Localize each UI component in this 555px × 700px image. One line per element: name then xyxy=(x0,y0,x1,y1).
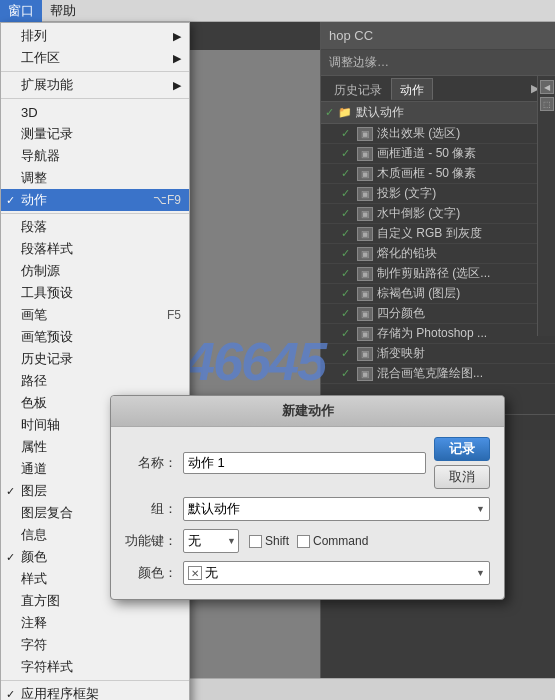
menu-item-paragraph[interactable]: 段落 xyxy=(1,216,189,238)
menu-item-adjustments[interactable]: 调整 xyxy=(1,167,189,189)
action-name: 渐变映射 xyxy=(377,345,549,362)
menu-item-label: 画笔预设 xyxy=(21,328,73,346)
action-item[interactable]: ✓ ▣ 画框通道 - 50 像素 xyxy=(321,144,555,164)
action-item[interactable]: ✓ ▣ 混合画笔克隆绘图... xyxy=(321,364,555,384)
action-item[interactable]: ✓ ▣ 存储为 Photoshop ... xyxy=(321,324,555,344)
menu-item-brush-presets[interactable]: 画笔预设 xyxy=(1,326,189,348)
menu-item-measurements[interactable]: 测量记录 xyxy=(1,123,189,145)
group-select[interactable]: 默认动作 xyxy=(183,497,490,521)
check-icon: ✓ xyxy=(341,287,355,300)
dialog-group-row: 组： 默认动作 ▼ xyxy=(125,497,490,521)
action-item[interactable]: ✓ ▣ 熔化的铅块 xyxy=(321,244,555,264)
arrow-icon: ▶ xyxy=(173,79,181,92)
menu-item-character-styles[interactable]: 字符样式 xyxy=(1,656,189,678)
action-icon: ▣ xyxy=(357,187,373,201)
tab-actions[interactable]: 动作 xyxy=(391,78,433,100)
group-check-icon: ✓ xyxy=(325,106,334,119)
tab-history[interactable]: 历史记录 xyxy=(325,78,391,100)
action-item[interactable]: ✓ ▣ 制作剪贴路径 (选区... xyxy=(321,264,555,284)
shift-label: Shift xyxy=(265,534,289,548)
menu-item-label: 导航器 xyxy=(21,147,60,165)
menu-item-workspace[interactable]: 工作区 ▶ xyxy=(1,47,189,69)
dialog-hotkey-row: 功能键： 无 ▼ Shift Command xyxy=(125,529,490,553)
menu-item-label: 颜色 xyxy=(21,548,47,566)
action-item[interactable]: ✓ ▣ 投影 (文字) xyxy=(321,184,555,204)
cancel-button[interactable]: 取消 xyxy=(434,465,490,489)
shift-checkbox[interactable] xyxy=(249,535,262,548)
collapse-icon[interactable]: ◀ xyxy=(540,80,554,94)
menu-item-label: 仿制源 xyxy=(21,262,60,280)
menu-item-history[interactable]: 历史记录 xyxy=(1,348,189,370)
check-icon: ✓ xyxy=(6,688,15,701)
check-icon: ✓ xyxy=(341,247,355,260)
command-label: Command xyxy=(313,534,368,548)
command-checkbox[interactable] xyxy=(297,535,310,548)
shortcut-label: F5 xyxy=(167,308,181,322)
menu-item-character[interactable]: 字符 xyxy=(1,634,189,656)
color-select[interactable]: ✕ 无 xyxy=(183,561,490,585)
new-action-dialog: 新建动作 名称： 记录 取消 组： 默认动作 ▼ 功能键： xyxy=(110,395,505,600)
action-icon: ▣ xyxy=(357,167,373,181)
actions-group-header: ✓ 📁 默认动作 xyxy=(321,102,555,124)
menu-item-help[interactable]: 帮助 xyxy=(42,0,84,22)
menu-item-brush[interactable]: 画笔 F5 xyxy=(1,304,189,326)
check-icon: ✓ xyxy=(6,485,15,498)
check-icon: ✓ xyxy=(341,207,355,220)
menu-item-3d[interactable]: 3D xyxy=(1,101,189,123)
panel-tabs: 历史记录 动作 ▶▶ xyxy=(321,76,555,102)
group-select-wrapper: 默认动作 ▼ xyxy=(183,497,490,521)
menu-item-label: 工作区 xyxy=(21,49,60,67)
command-checkbox-item: Command xyxy=(297,534,368,548)
action-item[interactable]: ✓ ▣ 自定义 RGB 到灰度 xyxy=(321,224,555,244)
menu-item-extensions[interactable]: 扩展功能 ▶ xyxy=(1,74,189,96)
check-icon: ✓ xyxy=(341,167,355,180)
adjust-toolbar: 调整边缘… xyxy=(321,50,555,76)
menu-item-notes[interactable]: 注释 xyxy=(1,612,189,634)
action-name: 棕褐色调 (图层) xyxy=(377,285,549,302)
action-name: 制作剪贴路径 (选区... xyxy=(377,265,549,282)
menu-item-navigator[interactable]: 导航器 xyxy=(1,145,189,167)
color-value: 无 xyxy=(205,564,218,582)
menu-item-tool-presets[interactable]: 工具预设 xyxy=(1,282,189,304)
menu-item-label: 动作 xyxy=(21,191,47,209)
menu-item-arrange[interactable]: 排列 ▶ xyxy=(1,25,189,47)
menu-item-label: 测量记录 xyxy=(21,125,73,143)
menu-item-window[interactable]: 窗口 xyxy=(0,0,42,22)
action-name: 木质画框 - 50 像素 xyxy=(377,165,549,182)
menu-section-3: 3D 测量记录 导航器 调整 ✓ 动作 ⌥F9 xyxy=(1,99,189,214)
panel-titlebar: hop CC xyxy=(321,22,555,50)
check-icon: ✓ xyxy=(341,227,355,240)
action-icon: ▣ xyxy=(357,287,373,301)
action-item[interactable]: ✓ ▣ 渐变映射 xyxy=(321,344,555,364)
hotkey-label: 功能键： xyxy=(125,532,177,550)
menu-item-label: 扩展功能 xyxy=(21,76,73,94)
menu-item-app-frame[interactable]: ✓ 应用程序框架 xyxy=(1,683,189,700)
panel-icon-2[interactable]: ⬚ xyxy=(540,97,554,111)
menu-item-paths[interactable]: 路径 xyxy=(1,370,189,392)
menu-item-clone-source[interactable]: 仿制源 xyxy=(1,260,189,282)
arrow-icon: ▶ xyxy=(173,30,181,43)
dialog-body: 名称： 记录 取消 组： 默认动作 ▼ 功能键： 无 ▼ xyxy=(111,427,504,599)
shift-checkbox-item: Shift xyxy=(249,534,289,548)
action-item[interactable]: ✓ ▣ 木质画框 - 50 像素 xyxy=(321,164,555,184)
name-label: 名称： xyxy=(125,454,177,472)
action-name: 画框通道 - 50 像素 xyxy=(377,145,549,162)
action-item[interactable]: ✓ ▣ 棕褐色调 (图层) xyxy=(321,284,555,304)
menu-bar: 窗口 帮助 xyxy=(0,0,555,22)
action-icon: ▣ xyxy=(357,327,373,341)
adjust-label[interactable]: 调整边缘… xyxy=(329,54,389,71)
action-item[interactable]: ✓ ▣ 四分颜色 xyxy=(321,304,555,324)
menu-item-paragraph-styles[interactable]: 段落样式 xyxy=(1,238,189,260)
record-button[interactable]: 记录 xyxy=(434,437,490,461)
name-input[interactable] xyxy=(183,452,426,474)
actions-list: ✓ ▣ 淡出效果 (选区) ✓ ▣ 画框通道 - 50 像素 ✓ ▣ 木质画框 … xyxy=(321,124,555,414)
dialog-color-row: 颜色： ✕ 无 ▼ xyxy=(125,561,490,585)
check-icon: ✓ xyxy=(341,187,355,200)
action-item[interactable]: ✓ ▣ 水中倒影 (文字) xyxy=(321,204,555,224)
hotkey-select-wrapper: 无 ▼ xyxy=(183,529,239,553)
menu-item-label: 段落 xyxy=(21,218,47,236)
action-item[interactable]: ✓ ▣ 淡出效果 (选区) xyxy=(321,124,555,144)
menu-item-label: 调整 xyxy=(21,169,47,187)
menu-item-label: 直方图 xyxy=(21,592,60,610)
menu-item-actions[interactable]: ✓ 动作 ⌥F9 xyxy=(1,189,189,211)
